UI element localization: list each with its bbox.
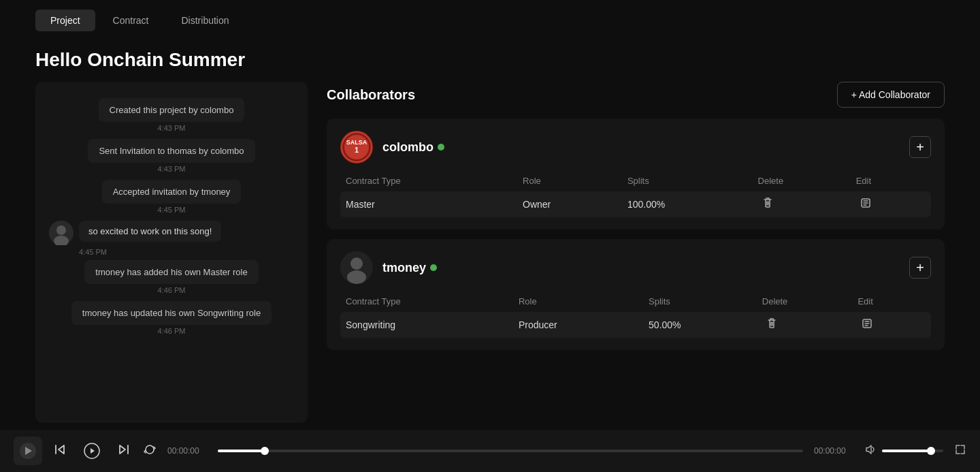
player-controls [53,438,157,464]
loop-button[interactable] [143,443,157,460]
th-role: Role [513,294,643,312]
svg-point-1 [56,225,66,235]
activity-time: 4:43 PM [158,165,186,173]
role-cell: Owner [517,191,622,217]
collaborators-header: Collaborators + Add Collaborator [327,82,945,108]
chat-bubble: so excited to work on this song! [79,221,221,242]
progress-dot [261,447,269,455]
rewind-button[interactable] [53,443,67,460]
splits-cell: 50.00% [643,312,757,338]
time-total: 00:00:00 [814,446,853,456]
activity-time: 4:46 PM [158,286,186,294]
activity-panel: Created this project by colombo 4:43 PM … [35,82,308,423]
collab-user-row: tmoney + [340,251,931,284]
main-content: Created this project by colombo 4:43 PM … [0,82,980,423]
collab-name: tmoney [382,261,437,275]
online-indicator [438,144,444,151]
avatar: SALSA 1 [340,131,373,163]
tab-contract[interactable]: Contract [98,10,164,31]
activity-item: tmoney has added his own Master role 4:4… [49,260,294,294]
chat-time: 4:45 PM [49,248,294,256]
online-indicator [430,264,437,271]
delete-button[interactable] [762,316,781,334]
svg-text:SALSA: SALSA [346,139,368,146]
add-contract-button-tmoney[interactable]: + [909,257,931,279]
username-label: colombo [382,140,434,155]
username-label: tmoney [382,261,426,275]
activity-bubble: tmoney has added his own Master role [84,260,258,284]
activity-item: Sent Invitation to thomas by colombo 4:4… [49,139,294,173]
chat-message-row: so excited to work on this song! [49,221,294,245]
collab-user-info: tmoney [340,251,437,284]
avatar [340,251,373,284]
volume-fill [882,450,931,452]
svg-text:1: 1 [355,146,359,154]
player-bar: 00:00:00 00:00:00 [0,430,980,472]
add-contract-button-colombo[interactable]: + [909,136,931,158]
activity-item: Accepted invitation by tmoney 4:45 PM [49,180,294,214]
tab-project[interactable]: Project [35,10,95,31]
activity-item: tmoney has updated his own Songwriting r… [49,301,294,335]
contracts-table-colombo: Contract Type Role Splits Delete Edit Ma… [340,173,931,217]
activity-bubble: Created this project by colombo [99,98,245,122]
th-edit: Edit [851,173,931,191]
delete-button[interactable] [758,195,777,213]
volume-icon [864,443,877,458]
th-splits: Splits [643,294,757,312]
th-edit: Edit [852,294,931,312]
progress-fill [218,450,265,452]
splits-cell: 100.00% [622,191,753,217]
activity-bubble: Sent Invitation to thomas by colombo [88,139,255,163]
contract-type-cell: Master [340,191,517,217]
contracts-table-tmoney: Contract Type Role Splits Delete Edit So… [340,294,931,338]
edit-button[interactable] [856,196,875,213]
activity-time: 4:46 PM [158,327,186,335]
delete-cell [753,191,851,217]
table-row: Master Owner 100.00% [340,191,931,217]
player-logo [14,437,42,465]
expand-button[interactable] [954,443,966,459]
edit-button[interactable] [858,317,877,333]
activity-item: Created this project by colombo 4:43 PM [49,98,294,132]
activity-time: 4:45 PM [158,206,186,214]
play-button[interactable] [79,438,105,464]
volume-slider[interactable] [882,450,943,452]
th-role: Role [517,173,622,191]
volume-dot [927,447,935,455]
progress-bar[interactable] [218,450,803,452]
th-contract-type: Contract Type [340,173,517,191]
collaborator-card-colombo: SALSA 1 colombo + Contract Type [327,119,945,230]
activity-bubble: tmoney has updated his own Songwriting r… [71,301,272,325]
activity-time: 4:43 PM [158,124,186,132]
svg-point-11 [347,270,366,284]
table-row: Songwriting Producer 50.00% [340,312,931,338]
role-cell: Producer [513,312,643,338]
edit-cell [851,191,931,217]
collaborators-title: Collaborators [327,87,415,103]
page-title: Hello Onchain Summer [0,41,980,82]
svg-point-10 [350,257,363,270]
volume-area [864,443,943,458]
add-collaborator-button[interactable]: + Add Collaborator [837,82,945,108]
tab-distribution[interactable]: Distribution [167,10,244,31]
collaborator-card-tmoney: tmoney + Contract Type Role Splits Delet… [327,239,945,350]
collab-user-row: SALSA 1 colombo + [340,131,931,163]
th-delete: Delete [757,294,853,312]
avatar [49,221,74,245]
collab-name: colombo [382,140,444,155]
delete-cell [757,312,853,338]
tab-bar: Project Contract Distribution [0,0,980,41]
collab-user-info: SALSA 1 colombo [340,131,444,163]
th-splits: Splits [622,173,753,191]
collaborators-panel: Collaborators + Add Collaborator SALSA 1 [308,82,945,423]
th-delete: Delete [753,173,851,191]
th-contract-type: Contract Type [340,294,513,312]
activity-bubble: Accepted invitation by tmoney [102,180,242,204]
fast-forward-button[interactable] [117,443,131,460]
contract-type-cell: Songwriting [340,312,513,338]
edit-cell [852,312,931,338]
time-current: 00:00:00 [167,446,207,456]
